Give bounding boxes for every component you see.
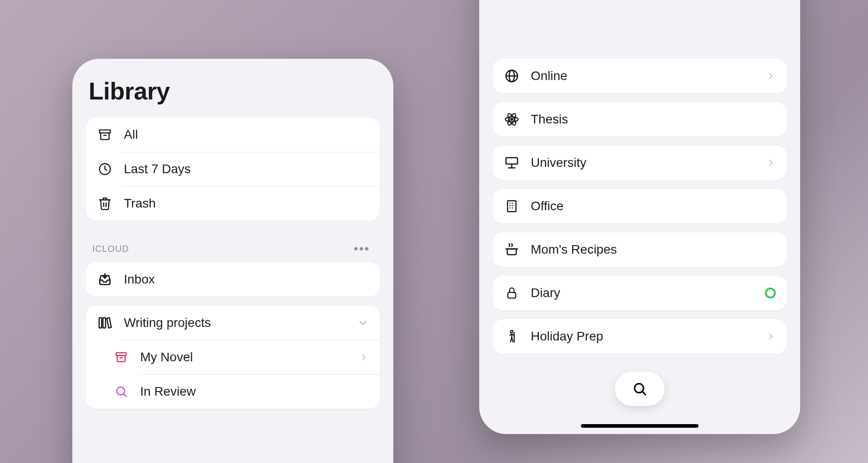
- row-recipes-card: Mom's Recipes: [493, 232, 787, 267]
- row-online-card: Online: [493, 59, 787, 93]
- row-online[interactable]: Online: [493, 59, 787, 93]
- icloud-section-header: ICLOUD •••: [86, 230, 380, 262]
- svg-line-31: [642, 392, 646, 395]
- building-icon: [504, 198, 520, 214]
- row-university[interactable]: University: [493, 146, 787, 180]
- presentation-icon: [504, 155, 520, 171]
- chevron-down-icon: [357, 317, 369, 329]
- svg-rect-19: [508, 201, 516, 212]
- row-mynovel[interactable]: My Novel: [86, 340, 380, 374]
- archive-icon: [113, 349, 129, 365]
- row-trash-label: Trash: [124, 196, 369, 211]
- phone-left: Library All Last 7 Days Trash ICLOUD •••: [72, 59, 393, 463]
- chevron-right-icon: [766, 331, 776, 341]
- row-writing[interactable]: Writing projects: [86, 306, 380, 340]
- status-indicator: [765, 288, 776, 298]
- row-recipes-label: Mom's Recipes: [531, 242, 776, 257]
- hiker-icon: [504, 328, 520, 345]
- row-inreview[interactable]: In Review: [86, 374, 380, 409]
- atom-icon: [504, 111, 520, 128]
- row-last7[interactable]: Last 7 Days: [86, 152, 380, 186]
- svg-point-12: [511, 118, 513, 120]
- inbox-card: Inbox: [86, 262, 380, 297]
- row-holiday[interactable]: Holiday Prep: [493, 319, 787, 354]
- globe-icon: [504, 68, 520, 84]
- row-all[interactable]: All: [86, 118, 380, 152]
- row-university-card: University: [493, 146, 787, 180]
- more-button[interactable]: •••: [350, 241, 373, 257]
- row-thesis-label: Thesis: [531, 112, 776, 127]
- system-card: All Last 7 Days Trash: [86, 118, 380, 221]
- row-mynovel-label: My Novel: [140, 350, 348, 364]
- row-online-label: Online: [531, 69, 755, 83]
- row-thesis-card: Thesis: [493, 102, 787, 137]
- svg-point-28: [510, 331, 513, 333]
- pot-icon: [504, 241, 520, 258]
- row-diary-card: Diary: [493, 276, 787, 310]
- trash-icon: [97, 195, 113, 212]
- inbox-icon: [97, 271, 113, 288]
- row-thesis[interactable]: Thesis: [493, 102, 787, 137]
- row-writing-label: Writing projects: [124, 316, 346, 330]
- svg-rect-27: [508, 293, 516, 298]
- row-inreview-label: In Review: [140, 384, 369, 399]
- svg-rect-3: [99, 318, 102, 328]
- home-indicator[interactable]: [581, 424, 698, 428]
- svg-rect-16: [506, 158, 518, 164]
- books-icon: [97, 315, 113, 331]
- svg-rect-5: [116, 353, 127, 355]
- chevron-right-icon: [766, 158, 776, 168]
- svg-rect-0: [99, 130, 110, 133]
- row-trash[interactable]: Trash: [86, 186, 380, 221]
- row-inbox-label: Inbox: [124, 272, 369, 287]
- row-last7-label: Last 7 Days: [124, 162, 369, 176]
- search-button[interactable]: [615, 372, 665, 406]
- search-icon: [113, 383, 129, 400]
- page-title: Library: [89, 77, 380, 105]
- row-holiday-card: Holiday Prep: [493, 319, 787, 354]
- row-office-card: Office: [493, 189, 787, 223]
- icloud-section-title: ICLOUD: [92, 244, 129, 254]
- row-inbox[interactable]: Inbox: [86, 262, 380, 297]
- row-holiday-label: Holiday Prep: [531, 329, 755, 344]
- row-office-label: Office: [531, 199, 776, 213]
- row-office[interactable]: Office: [493, 189, 787, 223]
- svg-rect-4: [103, 318, 106, 328]
- row-university-label: University: [531, 156, 755, 170]
- clock-icon: [97, 161, 113, 177]
- lock-icon: [504, 285, 520, 301]
- search-icon: [632, 381, 647, 397]
- svg-line-8: [123, 394, 126, 397]
- row-diary[interactable]: Diary: [493, 276, 787, 310]
- row-all-label: All: [124, 128, 369, 142]
- writing-card: Writing projects My Novel In Review: [86, 306, 380, 409]
- archive-icon: [97, 127, 113, 143]
- row-recipes[interactable]: Mom's Recipes: [493, 232, 787, 267]
- chevron-right-icon: [359, 352, 369, 362]
- row-diary-label: Diary: [531, 286, 754, 300]
- phone-right: Online Thesis University: [479, 0, 800, 434]
- chevron-right-icon: [766, 71, 776, 81]
